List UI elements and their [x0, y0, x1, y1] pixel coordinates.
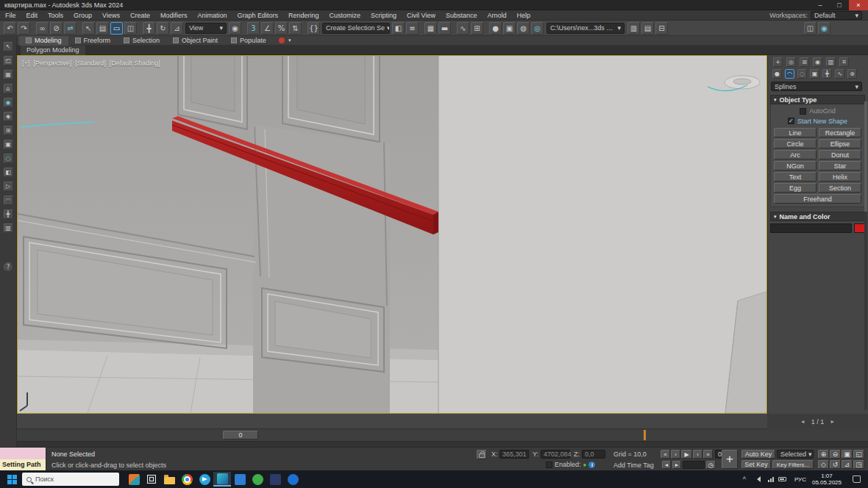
menu-scripting[interactable]: Scripting: [366, 10, 402, 21]
left-strip-icon-12[interactable]: ◠: [4, 195, 13, 205]
text-button[interactable]: Text: [774, 172, 817, 182]
angle-snap-icon[interactable]: ∠: [261, 22, 274, 35]
play-button[interactable]: ▶: [681, 450, 692, 459]
schematic-view-icon[interactable]: ⊞: [471, 22, 483, 35]
zoom-all-icon[interactable]: ⊖: [830, 450, 841, 459]
left-strip-icon-10[interactable]: ◧: [4, 168, 13, 177]
viewport-shading-menu[interactable]: [Default Shading]: [110, 60, 160, 67]
cameras-category-icon[interactable]: ▣: [810, 69, 819, 79]
3ds-max-running-app[interactable]: [213, 472, 231, 487]
render-setup-icon[interactable]: ▣: [503, 22, 516, 35]
left-strip-icon-6[interactable]: ◈: [4, 112, 13, 121]
ribbon-tab-selection[interactable]: Selection: [117, 36, 166, 46]
menu-views[interactable]: Views: [97, 10, 125, 21]
spinner-snap-icon[interactable]: ⇅: [289, 22, 302, 35]
lights-category-icon[interactable]: ◌: [797, 69, 807, 79]
pager-next-icon[interactable]: ►: [830, 419, 835, 424]
orbit-icon[interactable]: ↺: [830, 460, 841, 469]
selection-set-dropdown[interactable]: Create Selection Se ▾: [322, 23, 390, 34]
listener-script-row[interactable]: Setting Path: [0, 459, 46, 471]
section-button[interactable]: Section: [819, 183, 861, 193]
arc-button[interactable]: Arc: [774, 150, 817, 159]
helix-button[interactable]: Helix: [819, 172, 861, 182]
start-new-shape-label[interactable]: Start New Shape: [797, 118, 847, 125]
isolate-selection-icon[interactable]: ▥: [627, 22, 640, 35]
shape-category-dropdown[interactable]: Splines ▾: [771, 82, 862, 91]
name-color-rollout-header[interactable]: ▾ Name and Color: [770, 212, 865, 221]
workspace-dropdown[interactable]: Default ▾: [811, 11, 862, 20]
left-strip-icon-5[interactable]: ◉: [4, 98, 13, 107]
display-tab-icon[interactable]: ▥: [826, 57, 836, 67]
maximize-button[interactable]: □: [830, 1, 849, 9]
auto-key-button[interactable]: Auto Key: [741, 450, 775, 459]
key-step-field[interactable]: [683, 461, 705, 469]
select-and-rotate-icon[interactable]: ↻: [157, 22, 169, 35]
render-production-icon[interactable]: ◎: [531, 22, 544, 35]
select-object-icon[interactable]: ↖: [82, 22, 95, 35]
selection-lock-icon[interactable]: [477, 450, 487, 459]
close-button[interactable]: ×: [849, 0, 868, 10]
time-configuration-icon[interactable]: ◷: [706, 461, 716, 469]
green-app-button[interactable]: [249, 472, 266, 487]
add-time-tag[interactable]: Add Time Tag: [613, 462, 654, 469]
left-strip-icon-8[interactable]: ▣: [4, 140, 13, 149]
bind-to-space-warp-icon[interactable]: ⇌: [64, 22, 77, 35]
go-to-start-button[interactable]: «: [661, 450, 670, 459]
named-selection-sets-icon[interactable]: {}: [307, 22, 320, 35]
systems-category-icon[interactable]: ⊕: [847, 69, 857, 79]
menu-rendering[interactable]: Rendering: [283, 10, 324, 21]
start-new-shape-checkbox[interactable]: ✓: [788, 118, 794, 124]
network-icon[interactable]: [765, 472, 777, 487]
snaps-toggle-icon[interactable]: 3: [247, 22, 260, 35]
left-strip-icon-4[interactable]: ⌂: [4, 84, 13, 93]
volume-icon[interactable]: [753, 472, 765, 487]
time-slider[interactable]: 0: [17, 429, 868, 442]
layer-manager-icon[interactable]: ▦: [424, 22, 437, 35]
help-search-icon[interactable]: ◉: [818, 22, 830, 35]
toggle-ribbon-ui-icon[interactable]: ⊟: [655, 22, 668, 35]
create-tab-icon[interactable]: +: [773, 57, 783, 67]
time-slider-handle[interactable]: 0: [223, 431, 258, 439]
left-strip-icon-7[interactable]: ⊞: [4, 126, 13, 135]
menu-graph-editors[interactable]: Graph Editors: [232, 10, 283, 21]
utilities-tab-icon[interactable]: ¤: [839, 57, 849, 67]
motion-tab-icon[interactable]: ◉: [813, 57, 822, 67]
x-coordinate-field[interactable]: 365,301: [499, 450, 529, 459]
line-button[interactable]: Line: [774, 128, 817, 137]
photos-app-button[interactable]: [231, 472, 249, 487]
maximize-viewport-icon[interactable]: ◳: [853, 460, 864, 469]
battery-icon[interactable]: [777, 472, 789, 487]
menu-civil-view[interactable]: Civil View: [402, 10, 441, 21]
select-and-link-icon[interactable]: ∞: [36, 22, 49, 35]
start-button[interactable]: [3, 472, 21, 487]
ribbon-tab-populate[interactable]: Populate: [224, 36, 273, 46]
viewport-3d-scene[interactable]: [18, 56, 766, 413]
chrome-button[interactable]: [178, 472, 196, 487]
y-coordinate-field[interactable]: 4702,084: [541, 450, 570, 459]
undo-icon[interactable]: ↶: [4, 22, 16, 35]
previous-frame-button[interactable]: ‹: [671, 450, 680, 459]
time-slider-marker[interactable]: [644, 430, 646, 440]
star-button[interactable]: Star: [819, 161, 861, 171]
tray-expand-chevron[interactable]: ^: [743, 476, 746, 483]
use-center-icon[interactable]: ◉: [229, 22, 241, 35]
modify-tab-icon[interactable]: ◎: [786, 57, 796, 67]
space-warps-category-icon[interactable]: ∿: [835, 69, 844, 79]
task-view-button[interactable]: [143, 472, 160, 487]
autogrid-checkbox[interactable]: [800, 108, 806, 115]
pinned-app-autodesk[interactable]: [125, 472, 143, 487]
object-name-field[interactable]: [770, 223, 852, 233]
circle-button[interactable]: Circle: [774, 139, 817, 148]
menu-file[interactable]: File: [0, 10, 21, 21]
left-strip-icon-13[interactable]: ╋: [4, 209, 13, 219]
left-strip-icon-1[interactable]: ↖: [4, 42, 13, 51]
help-icon[interactable]: ?: [4, 262, 13, 272]
menu-edit[interactable]: Edit: [21, 10, 43, 21]
menu-animation[interactable]: Animation: [192, 10, 232, 21]
z-coordinate-field[interactable]: 0,0: [582, 450, 605, 459]
ribbon-toggle-icon[interactable]: ▬: [438, 22, 451, 35]
freehand-button[interactable]: Freehand: [774, 194, 861, 204]
field-of-view-icon[interactable]: ⊿: [842, 460, 853, 469]
listener-toggle[interactable]: [546, 462, 552, 468]
left-strip-icon-3[interactable]: ▦: [4, 70, 13, 79]
